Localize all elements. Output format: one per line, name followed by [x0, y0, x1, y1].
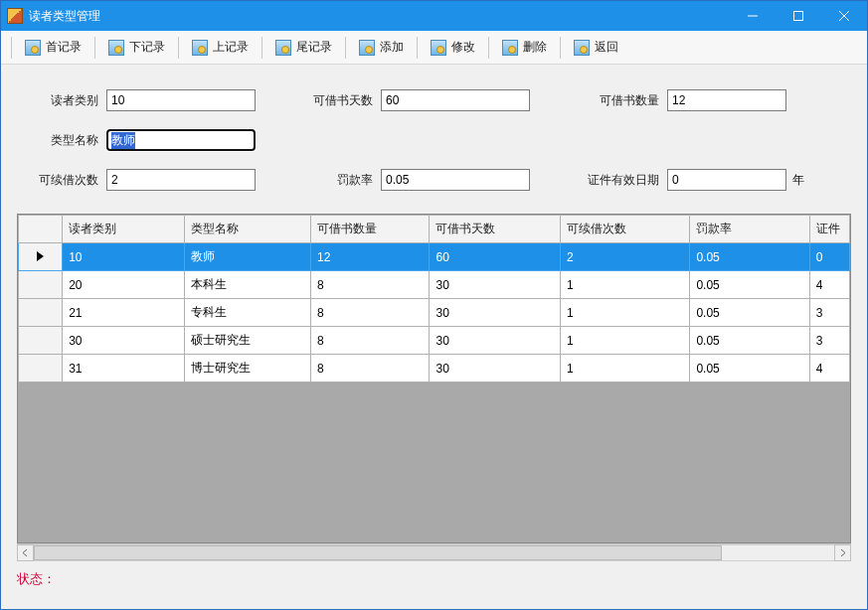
col-fine-rate[interactable]: 罚款率 [690, 216, 809, 243]
cell[interactable]: 4 [809, 355, 849, 382]
renew-count-input[interactable] [106, 169, 256, 191]
scroll-track[interactable] [34, 544, 834, 561]
cell[interactable]: 30 [430, 327, 560, 355]
cell[interactable]: 10 [63, 243, 184, 271]
cell[interactable]: 30 [430, 355, 560, 382]
data-grid[interactable]: 读者类别 类型名称 可借书数量 可借书天数 可续借次数 罚款率 证件 10教师1… [17, 214, 851, 543]
toolbar-separator [560, 37, 561, 59]
cell[interactable]: 21 [63, 299, 184, 327]
maximize-icon [793, 11, 803, 21]
cell[interactable]: 博士研究生 [184, 355, 310, 382]
add-button[interactable]: 添加 [352, 35, 411, 60]
cell[interactable]: 4 [809, 271, 849, 299]
edit-button[interactable]: 修改 [424, 35, 482, 60]
cell[interactable]: 0.05 [690, 271, 809, 299]
first-record-label: 首记录 [46, 39, 82, 56]
cell[interactable]: 3 [809, 327, 849, 355]
row-header[interactable] [19, 271, 63, 299]
borrow-qty-label: 可借书数量 [580, 92, 659, 109]
table-row[interactable]: 20本科生83010.054 [19, 271, 850, 299]
back-button[interactable]: 返回 [567, 35, 625, 60]
close-button[interactable] [821, 1, 867, 31]
chevron-left-icon [22, 549, 29, 556]
grid-header-row: 读者类别 类型名称 可借书数量 可借书天数 可续借次数 罚款率 证件 [19, 216, 850, 243]
row-header[interactable] [19, 299, 63, 327]
cell[interactable]: 教师 [184, 243, 310, 271]
table-row[interactable]: 31博士研究生83010.054 [19, 355, 850, 382]
cell[interactable]: 30 [430, 271, 560, 299]
window-title: 读者类型管理 [29, 8, 730, 25]
col-reader-type[interactable]: 读者类别 [63, 216, 184, 243]
cell[interactable]: 1 [560, 355, 689, 382]
record-icon [502, 40, 518, 56]
back-label: 返回 [595, 39, 618, 56]
fine-rate-input[interactable] [381, 169, 530, 191]
minimize-button[interactable] [730, 1, 776, 31]
prev-record-label: 上记录 [213, 39, 249, 56]
cert-valid-input[interactable] [667, 169, 786, 191]
table-row[interactable]: 30硕士研究生83010.053 [19, 327, 850, 355]
cell[interactable]: 0.05 [690, 327, 809, 355]
prev-record-button[interactable]: 上记录 [185, 35, 256, 60]
col-borrow-days[interactable]: 可借书天数 [430, 216, 560, 243]
status-bar: 状态： [17, 570, 851, 588]
row-header[interactable] [19, 243, 63, 271]
cell[interactable]: 本科生 [184, 271, 310, 299]
borrow-days-input[interactable] [381, 89, 530, 111]
row-header[interactable] [19, 355, 63, 382]
record-icon [25, 40, 41, 56]
toolbar-separator [11, 37, 12, 59]
cell[interactable]: 8 [311, 271, 430, 299]
cell[interactable]: 12 [311, 243, 430, 271]
cell[interactable]: 60 [430, 243, 560, 271]
cell[interactable]: 8 [311, 299, 430, 327]
cell[interactable]: 0.05 [690, 355, 809, 382]
borrow-qty-input[interactable] [667, 89, 786, 111]
fine-rate-label: 罚款率 [295, 172, 373, 189]
minimize-icon [748, 11, 758, 21]
add-label: 添加 [380, 39, 404, 56]
col-type-name[interactable]: 类型名称 [184, 216, 310, 243]
titlebar[interactable]: 读者类型管理 [1, 1, 867, 31]
cell[interactable]: 0.05 [690, 299, 809, 327]
scroll-thumb[interactable] [34, 545, 722, 560]
maximize-button[interactable] [776, 1, 821, 31]
scroll-right-button[interactable] [834, 544, 851, 561]
toolbar-separator [488, 37, 489, 59]
reader-type-input[interactable] [106, 89, 256, 111]
cell[interactable]: 0.05 [690, 243, 809, 271]
grid-corner [19, 216, 63, 243]
cell[interactable]: 20 [63, 271, 184, 299]
cell[interactable]: 专科生 [184, 299, 310, 327]
toolbar: 首记录 下记录 上记录 尾记录 添加 修改 删除 [1, 31, 867, 65]
cell[interactable]: 8 [311, 355, 430, 382]
record-icon [108, 40, 124, 56]
table-row[interactable]: 10教师126020.050 [19, 243, 850, 271]
col-renew-count[interactable]: 可续借次数 [560, 216, 689, 243]
col-cert[interactable]: 证件 [809, 216, 849, 243]
type-name-input[interactable] [106, 129, 256, 151]
cell[interactable]: 硕士研究生 [184, 327, 310, 355]
cell[interactable]: 1 [560, 327, 689, 355]
cell[interactable]: 31 [63, 355, 184, 382]
cell[interactable]: 1 [560, 271, 689, 299]
cell[interactable]: 0 [809, 243, 849, 271]
cell[interactable]: 8 [311, 327, 430, 355]
horizontal-scrollbar[interactable] [17, 543, 851, 560]
cell[interactable]: 30 [430, 299, 560, 327]
row-header[interactable] [19, 327, 63, 355]
first-record-button[interactable]: 首记录 [18, 35, 88, 60]
cell[interactable]: 2 [560, 243, 689, 271]
cell[interactable]: 1 [560, 299, 689, 327]
table-row[interactable]: 21专科生83010.053 [19, 299, 850, 327]
cell[interactable]: 3 [809, 299, 849, 327]
next-record-button[interactable]: 下记录 [101, 35, 172, 60]
last-record-button[interactable]: 尾记录 [268, 35, 339, 60]
col-borrow-qty[interactable]: 可借书数量 [311, 216, 430, 243]
window: 读者类型管理 首记录 下记录 上记录 尾记录 [0, 0, 868, 610]
record-icon [275, 40, 291, 56]
cell[interactable]: 30 [63, 327, 184, 355]
delete-button[interactable]: 删除 [495, 35, 554, 60]
scroll-left-button[interactable] [17, 544, 34, 561]
record-icon [574, 40, 590, 56]
